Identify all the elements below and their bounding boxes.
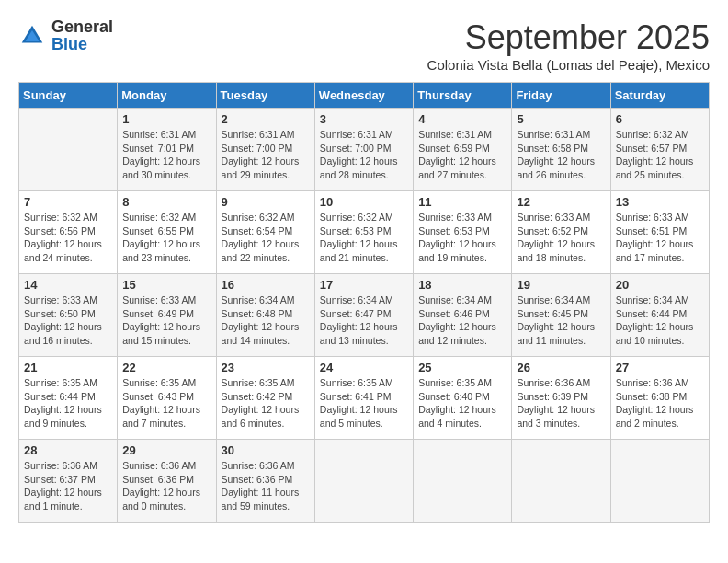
calendar-cell: 22Sunrise: 6:35 AM Sunset: 6:43 PM Dayli… <box>118 357 216 440</box>
day-info: Sunrise: 6:32 AM Sunset: 6:56 PM Dayligh… <box>24 211 112 265</box>
day-number: 30 <box>222 443 310 457</box>
day-info: Sunrise: 6:33 AM Sunset: 6:49 PM Dayligh… <box>122 293 210 348</box>
day-number: 13 <box>616 195 704 209</box>
day-info: Sunrise: 6:35 AM Sunset: 6:41 PM Dayligh… <box>320 376 408 431</box>
calendar-week-3: 14Sunrise: 6:33 AM Sunset: 6:50 PM Dayli… <box>19 274 710 357</box>
day-info: Sunrise: 6:31 AM Sunset: 7:00 PM Dayligh… <box>320 128 408 182</box>
day-info: Sunrise: 6:31 AM Sunset: 7:00 PM Dayligh… <box>222 128 310 182</box>
day-number: 26 <box>517 361 605 374</box>
calendar-cell: 7Sunrise: 6:32 AM Sunset: 6:56 PM Daylig… <box>19 191 118 274</box>
day-info: Sunrise: 6:32 AM Sunset: 6:54 PM Dayligh… <box>222 211 310 265</box>
calendar-week-5: 28Sunrise: 6:36 AM Sunset: 6:37 PM Dayli… <box>19 440 710 523</box>
calendar-cell: 28Sunrise: 6:36 AM Sunset: 6:37 PM Dayli… <box>19 440 118 523</box>
day-number: 14 <box>24 278 112 292</box>
header-day-tuesday: Tuesday <box>216 83 314 109</box>
logo-text: General Blue <box>51 18 113 52</box>
calendar-cell: 27Sunrise: 6:36 AM Sunset: 6:38 PM Dayli… <box>610 357 709 440</box>
day-number: 10 <box>320 195 408 209</box>
day-info: Sunrise: 6:34 AM Sunset: 6:48 PM Dayligh… <box>222 293 310 348</box>
header-day-friday: Friday <box>512 83 610 109</box>
day-number: 27 <box>616 361 704 374</box>
day-number: 1 <box>122 112 210 126</box>
day-info: Sunrise: 6:33 AM Sunset: 6:52 PM Dayligh… <box>517 211 605 265</box>
day-info: Sunrise: 6:35 AM Sunset: 6:44 PM Dayligh… <box>24 376 112 431</box>
day-info: Sunrise: 6:35 AM Sunset: 6:42 PM Dayligh… <box>222 376 310 431</box>
day-info: Sunrise: 6:33 AM Sunset: 6:51 PM Dayligh… <box>616 211 704 265</box>
day-info: Sunrise: 6:36 AM Sunset: 6:36 PM Dayligh… <box>122 459 210 513</box>
day-number: 12 <box>517 195 605 209</box>
day-number: 16 <box>222 278 310 292</box>
day-number: 28 <box>24 443 112 457</box>
day-number: 9 <box>222 195 310 209</box>
day-number: 4 <box>418 112 506 126</box>
calendar-cell: 3Sunrise: 6:31 AM Sunset: 7:00 PM Daylig… <box>314 109 413 191</box>
calendar-cell: 13Sunrise: 6:33 AM Sunset: 6:51 PM Dayli… <box>610 191 709 274</box>
day-info: Sunrise: 6:32 AM Sunset: 6:55 PM Dayligh… <box>122 211 210 265</box>
day-info: Sunrise: 6:32 AM Sunset: 6:53 PM Dayligh… <box>320 211 408 265</box>
calendar-cell: 25Sunrise: 6:35 AM Sunset: 6:40 PM Dayli… <box>414 357 512 440</box>
day-info: Sunrise: 6:32 AM Sunset: 6:57 PM Dayligh… <box>616 128 704 182</box>
day-number: 6 <box>616 112 704 126</box>
calendar-cell <box>414 440 512 523</box>
calendar-cell: 12Sunrise: 6:33 AM Sunset: 6:52 PM Dayli… <box>512 191 610 274</box>
day-number: 19 <box>517 278 605 292</box>
calendar-cell: 14Sunrise: 6:33 AM Sunset: 6:50 PM Dayli… <box>19 274 118 357</box>
day-number: 7 <box>24 195 112 209</box>
day-number: 11 <box>418 195 506 209</box>
calendar-cell: 24Sunrise: 6:35 AM Sunset: 6:41 PM Dayli… <box>314 357 413 440</box>
day-number: 17 <box>320 278 408 292</box>
day-number: 24 <box>320 361 408 374</box>
calendar-cell: 18Sunrise: 6:34 AM Sunset: 6:46 PM Dayli… <box>414 274 512 357</box>
calendar-cell: 29Sunrise: 6:36 AM Sunset: 6:36 PM Dayli… <box>118 440 216 523</box>
day-number: 29 <box>122 443 210 457</box>
day-info: Sunrise: 6:33 AM Sunset: 6:50 PM Dayligh… <box>24 293 112 348</box>
header-row: SundayMondayTuesdayWednesdayThursdayFrid… <box>19 83 710 109</box>
day-info: Sunrise: 6:36 AM Sunset: 6:39 PM Dayligh… <box>517 376 605 431</box>
calendar-cell: 1Sunrise: 6:31 AM Sunset: 7:01 PM Daylig… <box>118 109 216 191</box>
day-info: Sunrise: 6:31 AM Sunset: 7:01 PM Dayligh… <box>122 128 210 182</box>
calendar-cell: 21Sunrise: 6:35 AM Sunset: 6:44 PM Dayli… <box>19 357 118 440</box>
day-info: Sunrise: 6:33 AM Sunset: 6:53 PM Dayligh… <box>418 211 506 265</box>
calendar-cell <box>512 440 610 523</box>
header-day-monday: Monday <box>118 83 216 109</box>
day-info: Sunrise: 6:31 AM Sunset: 6:58 PM Dayligh… <box>517 128 605 182</box>
calendar-cell: 16Sunrise: 6:34 AM Sunset: 6:48 PM Dayli… <box>216 274 314 357</box>
calendar-cell: 4Sunrise: 6:31 AM Sunset: 6:59 PM Daylig… <box>414 109 512 191</box>
header-day-sunday: Sunday <box>19 83 118 109</box>
day-info: Sunrise: 6:36 AM Sunset: 6:37 PM Dayligh… <box>24 459 112 513</box>
day-number: 23 <box>222 361 310 374</box>
calendar-week-1: 1Sunrise: 6:31 AM Sunset: 7:01 PM Daylig… <box>19 109 710 191</box>
logo: General Blue <box>18 18 113 52</box>
day-info: Sunrise: 6:36 AM Sunset: 6:38 PM Dayligh… <box>616 376 704 431</box>
day-info: Sunrise: 6:34 AM Sunset: 6:44 PM Dayligh… <box>616 293 704 348</box>
header-day-thursday: Thursday <box>414 83 512 109</box>
calendar-cell: 8Sunrise: 6:32 AM Sunset: 6:55 PM Daylig… <box>118 191 216 274</box>
calendar-week-2: 7Sunrise: 6:32 AM Sunset: 6:56 PM Daylig… <box>19 191 710 274</box>
title-area: September 2025 Colonia Vista Bella (Loma… <box>427 18 710 73</box>
calendar-cell: 30Sunrise: 6:36 AM Sunset: 6:36 PM Dayli… <box>216 440 314 523</box>
calendar-cell: 26Sunrise: 6:36 AM Sunset: 6:39 PM Dayli… <box>512 357 610 440</box>
day-info: Sunrise: 6:34 AM Sunset: 6:45 PM Dayligh… <box>517 293 605 348</box>
day-info: Sunrise: 6:35 AM Sunset: 6:40 PM Dayligh… <box>418 376 506 431</box>
header-day-wednesday: Wednesday <box>314 83 413 109</box>
calendar-week-4: 21Sunrise: 6:35 AM Sunset: 6:44 PM Dayli… <box>19 357 710 440</box>
calendar-cell: 10Sunrise: 6:32 AM Sunset: 6:53 PM Dayli… <box>314 191 413 274</box>
calendar-cell: 23Sunrise: 6:35 AM Sunset: 6:42 PM Dayli… <box>216 357 314 440</box>
calendar-cell: 5Sunrise: 6:31 AM Sunset: 6:58 PM Daylig… <box>512 109 610 191</box>
day-number: 8 <box>122 195 210 209</box>
day-number: 25 <box>418 361 506 374</box>
calendar-cell: 9Sunrise: 6:32 AM Sunset: 6:54 PM Daylig… <box>216 191 314 274</box>
day-number: 22 <box>122 361 210 374</box>
day-number: 20 <box>616 278 704 292</box>
day-number: 21 <box>24 361 112 374</box>
calendar-cell <box>19 109 118 191</box>
logo-icon <box>18 22 46 50</box>
day-number: 18 <box>418 278 506 292</box>
header-day-saturday: Saturday <box>610 83 709 109</box>
day-info: Sunrise: 6:36 AM Sunset: 6:36 PM Dayligh… <box>222 459 310 513</box>
day-number: 15 <box>122 278 210 292</box>
calendar-cell <box>610 440 709 523</box>
day-number: 5 <box>517 112 605 126</box>
calendar-cell: 20Sunrise: 6:34 AM Sunset: 6:44 PM Dayli… <box>610 274 709 357</box>
day-info: Sunrise: 6:31 AM Sunset: 6:59 PM Dayligh… <box>418 128 506 182</box>
